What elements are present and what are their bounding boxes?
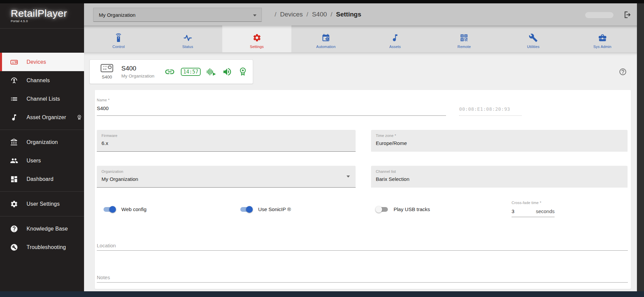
device-subtitle: My Organization <box>121 73 164 79</box>
sonicip-toggle[interactable] <box>240 207 252 212</box>
tab-label: Assets <box>389 45 401 49</box>
breadcrumb-current-page: Settings <box>336 11 361 18</box>
device-title: S400 <box>121 65 164 72</box>
sidebar-item-devices[interactable]: Devices <box>0 53 84 71</box>
firmware-field: Firmware 6.x <box>97 130 356 152</box>
sidebar-item-label: Dashboard <box>27 176 53 182</box>
help-button[interactable] <box>619 68 627 76</box>
logout-icon <box>623 14 632 20</box>
sidebar-item-asset-organizer[interactable]: Asset Organizer <box>0 108 84 127</box>
tab-settings[interactable]: Settings <box>222 26 291 52</box>
tab-status[interactable]: Status <box>153 26 223 52</box>
sidebar-item-channel-lists[interactable]: Channel Lists <box>0 90 84 108</box>
sidebar-item-organization[interactable]: Organization <box>0 133 84 151</box>
breadcrumb-separator: / <box>307 11 308 18</box>
device-title-block: S400 My Organization <box>121 65 164 79</box>
crossfade-label: Cross-fade time * <box>512 201 555 205</box>
help-outline-icon <box>619 71 627 77</box>
device-tab-bar: Control Status Settings <box>84 26 637 52</box>
device-clock-badge: 14:57 <box>181 68 201 76</box>
gear-icon <box>10 200 18 208</box>
toolbox-icon <box>598 33 607 42</box>
name-field[interactable]: Name * S400 <box>97 98 446 116</box>
organization-value: My Organization <box>102 176 351 182</box>
usb-tracks-toggle-group[interactable]: Play USB tracks <box>376 206 430 212</box>
chevron-down-icon <box>347 176 350 178</box>
channel-list-field[interactable]: Channel list Barix Selection <box>371 166 628 188</box>
bank-icon <box>10 138 18 147</box>
brand-logo: RetailPlayer Portal 4.5.0 <box>0 3 84 29</box>
help-circle-icon <box>10 225 18 233</box>
brand-name: RetailPlayer <box>11 8 84 19</box>
usb-tracks-toggle[interactable] <box>376 207 388 212</box>
antenna-icon <box>10 76 18 85</box>
location-label: Location <box>97 243 628 248</box>
window-bottom-bar <box>0 291 644 297</box>
breadcrumb: / Devices / S400 / Settings <box>275 3 361 26</box>
timezone-field[interactable]: Time zone * Europe/Rome <box>371 130 628 152</box>
sidebar-nav: Devices Channels Channel Lists <box>0 53 84 256</box>
sidebar-item-dashboard[interactable]: Dashboard <box>0 170 84 188</box>
sidebar-item-label: Users <box>27 158 41 164</box>
list-icon <box>10 95 18 103</box>
sidebar-item-knowledge-base[interactable]: Knowledge Base <box>0 219 84 238</box>
breadcrumb-separator: / <box>331 11 332 18</box>
crossfade-field[interactable]: Cross-fade time * 3 seconds <box>512 201 555 217</box>
sidebar-item-troubleshooting[interactable]: Troubleshooting <box>0 238 84 256</box>
toggle-knob <box>246 206 253 213</box>
device-type-block: S400 <box>96 64 118 80</box>
organization-select[interactable]: My Organization <box>93 8 262 22</box>
device-summary-card[interactable]: S400 S400 My Organization 14:57 <box>89 59 253 84</box>
sidebar-item-channels[interactable]: Channels <box>0 71 84 90</box>
channel-list-label: Channel list <box>376 169 623 174</box>
sidebar-item-users[interactable]: Users <box>0 151 84 170</box>
notes-label: Notes <box>97 275 628 280</box>
breadcrumb-device-name[interactable]: S400 <box>312 11 327 18</box>
tab-sys-admin[interactable]: Sys Admin <box>568 26 637 52</box>
sonicip-toggle-group[interactable]: Use SonicIP ® <box>240 206 291 212</box>
name-value: S400 <box>97 105 446 111</box>
sidebar-item-label: Troubleshooting <box>27 244 66 250</box>
device-type-label: S400 <box>102 75 112 80</box>
toggle-label: Play USB tracks <box>394 206 430 212</box>
location-field[interactable]: Location <box>97 243 628 251</box>
toggle-label: Web config <box>121 206 147 212</box>
tab-label: Utilities <box>527 45 539 49</box>
window-right-edge <box>637 3 644 291</box>
tab-control[interactable]: Control <box>84 26 153 52</box>
tab-utilities[interactable]: Utilities <box>499 26 568 52</box>
tab-automation[interactable]: Automation <box>291 26 361 52</box>
mac-address-field: 00:08:E1:08:20:93 <box>459 98 522 116</box>
sidebar-item-label: Channel Lists <box>27 96 60 102</box>
toggle-label: Use SonicIP ® <box>258 206 291 212</box>
channel-list-value: Barix Selection <box>376 176 623 182</box>
tab-label: Sys Admin <box>593 45 611 49</box>
qr-code-icon <box>459 33 469 42</box>
volume-icon <box>222 67 232 77</box>
sidebar-item-user-settings[interactable]: User Settings <box>0 195 84 213</box>
tab-label: Remote <box>457 45 471 49</box>
name-label: Name * <box>97 98 446 102</box>
sidebar-item-label: Knowledge Base <box>27 226 68 232</box>
wrench-icon <box>529 33 538 42</box>
playing-icon <box>206 67 216 77</box>
link-icon <box>164 66 175 77</box>
tab-label: Status <box>182 45 193 49</box>
premium-badge-icon <box>76 114 82 120</box>
device-icon <box>10 58 18 66</box>
web-config-toggle-group[interactable]: Web config <box>104 206 147 212</box>
breadcrumb-devices[interactable]: Devices <box>280 11 303 18</box>
settings-content: S400 S400 My Organization 14:57 <box>84 52 637 291</box>
web-config-toggle[interactable] <box>104 207 116 212</box>
pulse-icon <box>183 33 192 42</box>
sidebar-item-label: Organization <box>27 139 58 145</box>
tab-remote[interactable]: Remote <box>430 26 499 52</box>
notes-field[interactable]: Notes <box>97 275 628 283</box>
main-area: My Organization / Devices / S400 / Setti… <box>84 3 637 291</box>
organization-label: Organization <box>102 169 351 174</box>
crossfade-input[interactable]: 3 seconds <box>512 208 555 217</box>
tab-assets[interactable]: Assets <box>361 26 430 52</box>
organization-field[interactable]: Organization My Organization <box>97 166 356 188</box>
music-note-icon <box>391 33 400 42</box>
logout-button[interactable] <box>623 10 632 19</box>
